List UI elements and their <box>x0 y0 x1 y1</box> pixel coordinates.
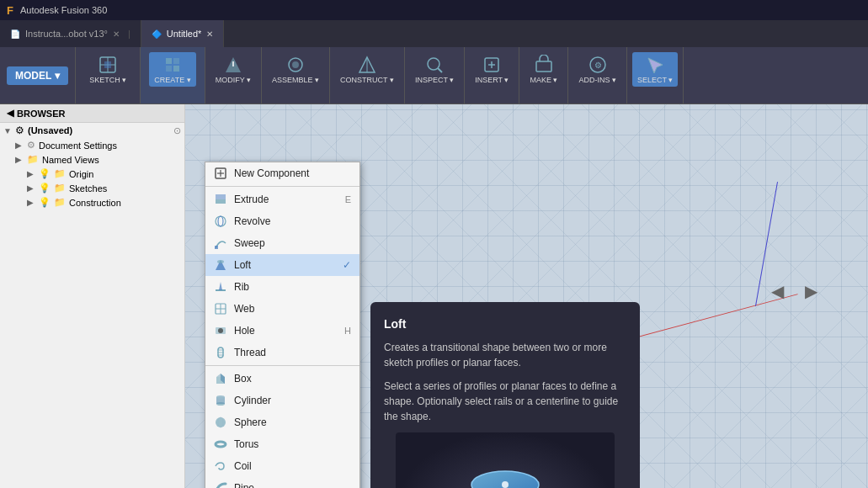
assemble-button[interactable]: ASSEMBLE ▾ <box>267 52 324 87</box>
svg-point-27 <box>218 216 223 226</box>
coil-icon <box>214 459 227 473</box>
hole-label: Hole <box>234 325 338 337</box>
svg-line-14 <box>438 68 442 72</box>
menu-item-web[interactable]: Web <box>205 298 359 320</box>
modify-group: MODIFY ▾ <box>205 47 262 103</box>
tooltip-detail: Select a series of profiles or planar fa… <box>384 379 626 424</box>
nav-arrow-right[interactable]: ▶ <box>805 281 817 301</box>
tab-instructa[interactable]: 📄 Instructa...obot v13° ✕ | <box>0 20 141 47</box>
menu-item-hole[interactable]: Hole H <box>205 320 359 342</box>
tree-item-construction[interactable]: ▶ 💡 📁 Construction <box>24 195 184 210</box>
sweep-icon <box>214 236 227 250</box>
menu-item-coil[interactable]: Coil <box>205 455 359 477</box>
tree-arrow-sketches: ▶ <box>27 183 35 193</box>
menu-item-new-component[interactable]: New Component <box>205 162 359 184</box>
addins-button[interactable]: ⚙ ADD-INS ▾ <box>573 52 621 87</box>
svg-point-47 <box>216 395 225 399</box>
model-mode-group: MODEL ▾ <box>0 47 76 103</box>
thread-icon <box>214 346 227 359</box>
origin-label: Origin <box>69 169 93 179</box>
pipe-icon <box>214 481 227 488</box>
tree-item-unsaved[interactable]: ▼ ⚙ (Unsaved) ⊙ <box>0 123 184 138</box>
menu-item-rib[interactable]: Rib <box>205 276 359 298</box>
create-button[interactable]: CREATE ▾ <box>149 52 195 87</box>
tree-item-named-views[interactable]: ▶ 📁 Named Views <box>12 152 184 167</box>
sketch-label: SKETCH ▾ <box>89 76 126 84</box>
construct-group: CONSTRUCT ▾ <box>330 47 405 103</box>
construct-button[interactable]: CONSTRUCT ▾ <box>335 52 399 87</box>
menu-item-sweep[interactable]: Sweep <box>205 232 359 254</box>
tree-item-origin[interactable]: ▶ 💡 📁 Origin <box>24 167 184 181</box>
tab-bar: 📄 Instructa...obot v13° ✕ | 🔷 Untitled* … <box>0 20 868 47</box>
box-icon <box>214 372 227 385</box>
tab-untitled[interactable]: 🔷 Untitled* ✕ <box>141 20 225 47</box>
bulb-icon-construction: 💡 <box>39 197 51 208</box>
create-buttons: CREATE ▾ <box>146 49 199 90</box>
svg-point-48 <box>216 417 226 427</box>
make-group: MAKE ▾ <box>519 47 568 103</box>
menu-item-box[interactable]: Box <box>205 368 359 390</box>
bulb-icon-sketches: 💡 <box>39 183 51 194</box>
hole-icon <box>214 324 227 337</box>
folder-icon-construction: 📁 <box>54 197 66 208</box>
browser-collapse-icon[interactable]: ◀ <box>7 108 13 119</box>
tab-label-untitled: Untitled* <box>167 29 202 39</box>
sketch-button[interactable]: SKETCH ▾ <box>84 52 131 87</box>
menu-item-loft[interactable]: Loft ✓ <box>205 254 359 276</box>
coil-label: Coil <box>234 460 351 472</box>
app-icon: F <box>7 4 13 17</box>
model-arrow: ▾ <box>55 70 60 82</box>
menu-item-pipe[interactable]: Pipe <box>205 477 359 488</box>
sketch-buttons: SKETCH ▾ <box>81 49 135 90</box>
make-button[interactable]: MAKE ▾ <box>525 52 562 87</box>
tab-close-instructa[interactable]: ✕ <box>113 29 120 39</box>
menu-item-extrude[interactable]: Extrude E <box>205 188 359 210</box>
svg-point-50 <box>216 442 226 447</box>
construct-label: CONSTRUCT ▾ <box>340 76 394 84</box>
gear-icon: ⚙ <box>15 125 24 136</box>
svg-rect-6 <box>166 66 172 72</box>
modify-button[interactable]: MODIFY ▾ <box>210 52 256 87</box>
extrude-label: Extrude <box>234 194 338 205</box>
unsaved-label: (Unsaved) <box>28 125 72 135</box>
doc-settings-label: Document Settings <box>39 141 117 151</box>
svg-marker-32 <box>219 282 222 290</box>
sketch-group: SKETCH ▾ <box>76 47 141 103</box>
tree-arrow-origin: ▶ <box>27 169 35 178</box>
insert-button[interactable]: INSERT ▾ <box>470 52 514 87</box>
tab-label-instructa: Instructa...obot v13° <box>25 29 108 39</box>
sidebar: ◀ BROWSER ▼ ⚙ (Unsaved) ⊙ ▶ ⚙ Document S… <box>0 104 185 488</box>
tree-item-sketches[interactable]: ▶ 💡 📁 Sketches <box>24 181 184 195</box>
menu-item-torus[interactable]: Torus <box>205 433 359 455</box>
menu-item-revolve[interactable]: Revolve <box>205 210 359 232</box>
nav-arrow-left[interactable]: ◀ <box>771 281 784 301</box>
box-label: Box <box>234 373 351 385</box>
make-label: MAKE ▾ <box>530 76 557 84</box>
torus-icon <box>214 438 227 451</box>
select-group: SELECT ▾ <box>627 47 684 103</box>
menu-item-thread[interactable]: Thread <box>205 342 359 363</box>
addins-group: ⚙ ADD-INS ▾ <box>568 47 627 103</box>
tree-item-document-settings[interactable]: ▶ ⚙ Document Settings <box>12 138 184 152</box>
select-button[interactable]: SELECT ▾ <box>632 52 678 87</box>
extrude-shortcut: E <box>345 194 351 204</box>
svg-point-13 <box>428 58 439 70</box>
menu-item-sphere[interactable]: Sphere <box>205 411 359 433</box>
hole-shortcut: H <box>344 326 351 336</box>
model-mode-button[interactable]: MODEL ▾ <box>7 66 68 85</box>
loft-icon <box>214 258 227 272</box>
tab-close-untitled[interactable]: ✕ <box>206 29 213 39</box>
browser-label: BROWSER <box>17 109 65 119</box>
loft-preview-image: Profile 1 <box>396 432 615 488</box>
rib-icon <box>214 280 227 294</box>
inspect-button[interactable]: INSPECT ▾ <box>410 52 459 87</box>
folder-icon-views: 📁 <box>27 154 39 165</box>
svg-text:⚙: ⚙ <box>594 61 601 70</box>
settings-icon[interactable]: ⊙ <box>173 125 181 136</box>
tooltip-description: Creates a transitional shape between two… <box>384 340 626 370</box>
svg-point-30 <box>217 260 224 263</box>
modify-label: MODIFY ▾ <box>216 76 251 84</box>
menu-item-cylinder[interactable]: Cylinder <box>205 390 359 411</box>
tree-arrow-views: ▶ <box>15 155 24 164</box>
rib-label: Rib <box>234 281 351 293</box>
